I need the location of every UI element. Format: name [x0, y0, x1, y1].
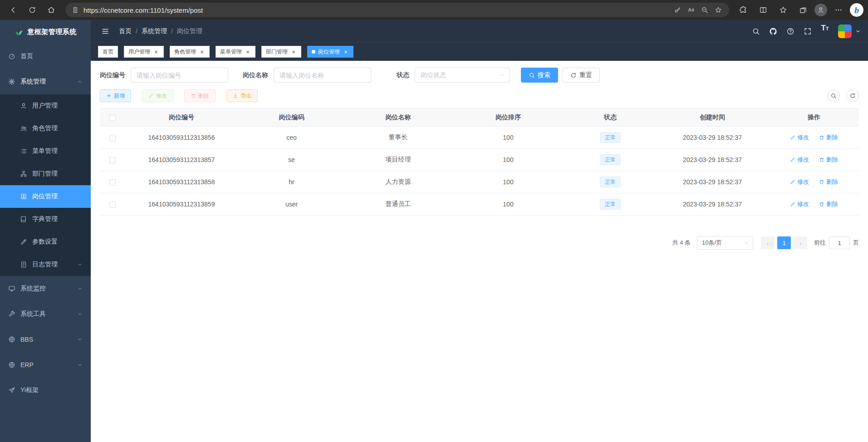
post-management-page: 岗位编号 岗位名称 状态 岗位状态 搜索 重 — [91, 61, 868, 442]
browser-profile-avatar[interactable] — [814, 4, 827, 16]
sidebar-item-system-management[interactable]: 系统管理 — [0, 69, 91, 94]
col-status: 状态 — [565, 108, 656, 127]
table-row[interactable]: 1641030593112313856 ceo 董事长 100 正常 2023-… — [100, 127, 859, 149]
site-info-icon[interactable] — [72, 6, 79, 14]
sidebar-item-dept-management[interactable]: 部门管理 — [0, 162, 91, 185]
close-icon[interactable]: × — [199, 49, 205, 55]
password-key-icon[interactable] — [673, 5, 682, 15]
app-logo[interactable]: 意框架管理系统 — [0, 20, 91, 44]
sidebar-item-post-management[interactable]: 岗位管理 — [0, 185, 91, 208]
export-button[interactable]: 导出 — [226, 89, 258, 102]
reset-button[interactable]: 重置 — [563, 68, 600, 83]
row-delete-link[interactable]: 删除 — [819, 200, 838, 208]
sidebar-toggle-icon[interactable] — [98, 24, 113, 39]
font-size-icon[interactable]: TT — [817, 24, 833, 39]
table-row[interactable]: 1641030593112313859 user 普通员工 100 正常 202… — [100, 193, 859, 216]
table-row[interactable]: 1641030593112313857 se 项目经理 100 正常 2023-… — [100, 149, 859, 171]
sidebar-item-user-management[interactable]: 用户管理 — [0, 94, 91, 117]
close-icon[interactable]: × — [343, 49, 349, 55]
split-screen-icon[interactable] — [755, 2, 772, 18]
refresh-table-button[interactable] — [846, 89, 859, 102]
row-checkbox[interactable] — [109, 157, 116, 163]
reload-icon — [28, 6, 36, 14]
sidebar-item-system-tools[interactable]: 系统工具 — [0, 301, 91, 327]
tag-user-management[interactable]: 用户管理 × — [124, 46, 164, 58]
sidebar-item-dict-management[interactable]: 字典管理 — [0, 208, 91, 231]
cell-post-name: 项目经理 — [345, 149, 451, 171]
home-button[interactable] — [43, 2, 60, 18]
table-row[interactable]: 1641030593112313858 hr 人力资源 100 正常 2023-… — [100, 171, 859, 193]
sidebar-item-bbs[interactable]: BBS — [0, 327, 91, 352]
row-checkbox[interactable] — [109, 179, 116, 186]
sidebar-item-system-monitor[interactable]: 系统监控 — [0, 276, 91, 301]
collections-icon[interactable] — [794, 2, 812, 18]
home-icon — [47, 6, 55, 14]
goto-page-input[interactable] — [829, 236, 850, 249]
refresh-icon — [570, 72, 577, 79]
row-delete-link[interactable]: 删除 — [819, 133, 838, 142]
add-button[interactable]: 新增 — [100, 89, 131, 102]
post-icon — [20, 193, 27, 200]
add-favorite-star-icon[interactable] — [714, 5, 723, 15]
active-dot — [312, 50, 315, 54]
search-button[interactable]: 搜索 — [521, 68, 558, 83]
breadcrumb-home[interactable]: 首页 — [119, 27, 132, 35]
toggle-search-button[interactable] — [827, 89, 840, 102]
col-actions: 操作 — [769, 108, 859, 127]
github-icon[interactable] — [765, 24, 781, 39]
post-name-input[interactable] — [274, 68, 371, 83]
sidebar-item-home[interactable]: 首页 — [0, 44, 91, 69]
monitor-icon — [8, 285, 15, 292]
header-search-icon[interactable] — [748, 24, 764, 39]
back-arrow-icon — [9, 6, 17, 14]
sidebar-item-role-management[interactable]: 角色管理 — [0, 117, 91, 140]
row-edit-link[interactable]: 修改 — [790, 178, 809, 186]
user-avatar[interactable] — [838, 25, 852, 38]
sidebar-item-log-management[interactable]: 日志管理 — [0, 253, 91, 276]
close-icon[interactable]: × — [153, 49, 159, 55]
cell-post-name: 董事长 — [345, 127, 451, 149]
close-icon[interactable]: × — [245, 49, 251, 55]
row-edit-link[interactable]: 修改 — [790, 200, 809, 208]
edit-pencil-icon — [790, 179, 795, 185]
select-all-checkbox[interactable] — [109, 115, 116, 121]
breadcrumb-system[interactable]: 系统管理 — [142, 27, 167, 35]
row-delete-link[interactable]: 删除 — [819, 156, 838, 164]
sidebar-item-erp[interactable]: ERP — [0, 352, 91, 378]
row-edit-link[interactable]: 修改 — [790, 156, 809, 164]
favorites-icon[interactable] — [775, 2, 792, 18]
tag-menu-management[interactable]: 菜单管理 × — [216, 46, 255, 58]
avatar-dropdown-caret-icon[interactable] — [855, 29, 861, 34]
globe-icon — [8, 361, 15, 368]
sidebar-item-param-settings[interactable]: 参数设置 — [0, 231, 91, 253]
page-size-select[interactable]: 10条/页 — [697, 236, 753, 250]
tag-post-management[interactable]: 岗位管理 × — [307, 46, 353, 58]
extensions-icon[interactable] — [735, 2, 752, 18]
reload-button[interactable] — [24, 2, 41, 18]
dashboard-icon — [8, 53, 15, 60]
row-delete-link[interactable]: 删除 — [819, 178, 838, 186]
tag-role-management[interactable]: 角色管理 × — [170, 46, 210, 58]
tag-dept-management[interactable]: 部门管理 × — [261, 46, 301, 58]
edit-pencil-icon — [148, 93, 154, 98]
help-question-icon[interactable] — [783, 24, 798, 39]
row-checkbox[interactable] — [109, 135, 116, 141]
cell-post-code: ceo — [238, 127, 345, 149]
chevron-down-icon — [77, 311, 83, 317]
address-bar[interactable]: https://ccnetcore.com:1101/system/post — [65, 3, 729, 17]
row-edit-link[interactable]: 修改 — [790, 133, 809, 142]
row-checkbox[interactable] — [109, 201, 116, 208]
sidebar-item-menu-management[interactable]: 菜单管理 — [0, 140, 91, 162]
tag-home[interactable]: 首页 — [98, 46, 118, 58]
read-aloud-icon[interactable] — [687, 5, 696, 15]
status-select[interactable]: 岗位状态 — [415, 68, 510, 83]
back-button[interactable] — [5, 2, 22, 18]
zoom-out-icon[interactable] — [700, 5, 709, 15]
page-1-button[interactable]: 1 — [777, 236, 791, 249]
close-icon[interactable]: × — [290, 49, 297, 55]
sidebar-item-yi-framework[interactable]: Yi框架 — [0, 378, 91, 403]
post-code-input[interactable] — [131, 68, 228, 83]
browser-menu-icon[interactable] — [830, 2, 847, 18]
bing-copilot-icon[interactable]: b — [850, 3, 863, 17]
fullscreen-icon[interactable] — [800, 24, 815, 39]
